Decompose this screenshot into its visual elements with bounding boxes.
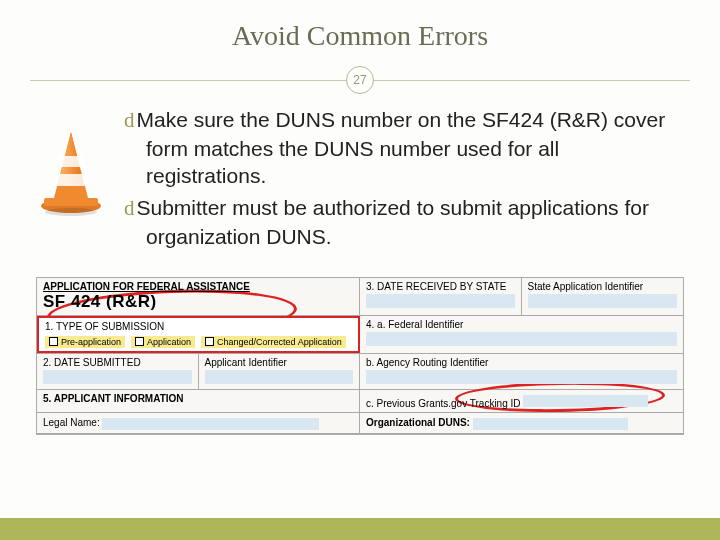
bullet-item: dMake sure the DUNS number on the SF424 … bbox=[124, 106, 684, 190]
content-row: dMake sure the DUNS number on the SF424 … bbox=[30, 106, 690, 255]
input-state-app-id bbox=[528, 294, 678, 308]
checkbox-icon bbox=[135, 337, 144, 346]
label-date-received-state: 3. DATE RECEIVED BY STATE bbox=[366, 281, 506, 292]
label-prev-grants: c. Previous Grants.gov Tracking ID bbox=[366, 398, 521, 409]
input-prev-grants bbox=[523, 395, 647, 407]
label-applicant-info: 5. APPLICANT INFORMATION bbox=[43, 393, 184, 404]
label-applicant-identifier: Applicant Identifier bbox=[205, 357, 287, 368]
opt-application: Application bbox=[131, 336, 195, 348]
opt-changed-corrected: Changed/Corrected Application bbox=[201, 336, 346, 348]
label-agency-routing: b. Agency Routing Identifier bbox=[366, 357, 488, 368]
label-state-app-id: State Application Identifier bbox=[528, 281, 644, 292]
svg-point-6 bbox=[45, 208, 97, 216]
input-federal-id bbox=[366, 332, 677, 346]
input-org-duns bbox=[473, 418, 629, 430]
footer-bar bbox=[0, 518, 720, 540]
svg-rect-5 bbox=[56, 174, 86, 186]
bullet-icon: d bbox=[124, 108, 137, 132]
svg-rect-1 bbox=[44, 198, 98, 206]
label-legal-name: Legal Name: bbox=[43, 416, 100, 427]
label-date-submitted: 2. DATE SUBMITTED bbox=[43, 357, 141, 368]
input-date-received-state bbox=[366, 294, 515, 308]
label-federal-id: 4. a. Federal Identifier bbox=[366, 319, 463, 330]
checkbox-icon bbox=[49, 337, 58, 346]
label-type-submission: 1. TYPE OF SUBMISSION bbox=[45, 321, 164, 332]
title-divider: 27 bbox=[30, 66, 690, 94]
form-heading: APPLICATION FOR FEDERAL ASSISTANCE bbox=[43, 281, 353, 292]
input-date-submitted bbox=[43, 370, 192, 384]
bullet-text: Submitter must be authorized to submit a… bbox=[137, 196, 649, 248]
form-sf-title: SF 424 (R&R) bbox=[43, 292, 353, 312]
bullet-icon: d bbox=[124, 196, 137, 220]
checkbox-icon bbox=[205, 337, 214, 346]
slide: Avoid Common Errors 27 bbox=[0, 0, 720, 540]
label-org-duns: Organizational DUNS: bbox=[366, 416, 470, 427]
input-applicant-identifier bbox=[205, 370, 354, 384]
submission-options: Pre-application Application Changed/Corr… bbox=[45, 336, 352, 348]
cone-icon bbox=[36, 106, 106, 220]
page-number-badge: 27 bbox=[346, 66, 374, 94]
svg-rect-4 bbox=[59, 156, 83, 167]
input-legal-name bbox=[102, 418, 319, 430]
bullet-item: dSubmitter must be authorized to submit … bbox=[124, 194, 684, 250]
input-agency-routing bbox=[366, 370, 677, 384]
opt-pre-application: Pre-application bbox=[45, 336, 125, 348]
bullet-text: Make sure the DUNS number on the SF424 (… bbox=[137, 108, 666, 187]
sf424-form-screenshot: APPLICATION FOR FEDERAL ASSISTANCE SF 42… bbox=[36, 277, 684, 435]
bullet-list: dMake sure the DUNS number on the SF424 … bbox=[124, 106, 684, 255]
slide-title: Avoid Common Errors bbox=[30, 20, 690, 52]
